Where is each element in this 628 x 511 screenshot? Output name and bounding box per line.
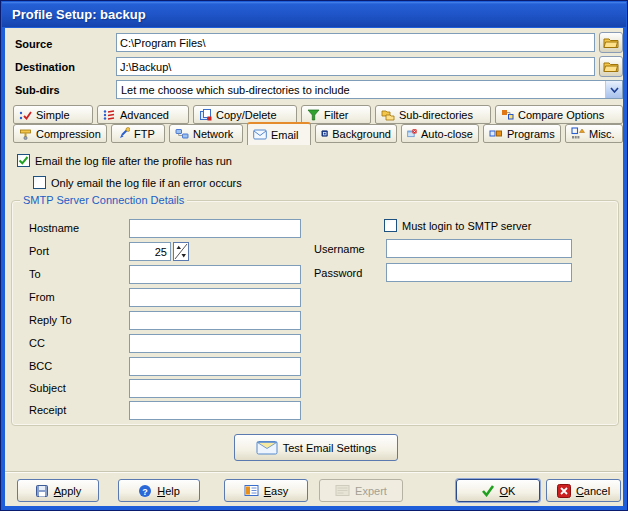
footer-separator [5,471,623,473]
spinner-arrows-icon [174,243,188,260]
port-label: Port [29,245,49,257]
chevron-down-icon[interactable] [605,81,622,98]
network-icon [175,128,189,140]
tab-simple[interactable]: Simple [13,105,93,124]
to-label: To [29,268,41,280]
easy-button[interactable]: Easy [224,479,308,502]
bcc-label: BCC [29,360,52,372]
save-icon [35,484,49,498]
destination-browse-button[interactable] [599,56,623,77]
auto-close-icon [407,127,417,140]
error-only-checkbox-label: Only email the log file if an error occu… [51,177,242,189]
destination-input[interactable] [116,57,595,76]
folder-icon [603,36,619,49]
hostname-input[interactable] [129,219,301,238]
advanced-icon [103,109,116,121]
email-log-checkbox-label: Email the log file after the profile has… [35,155,232,167]
tab-network[interactable]: Network [169,124,243,143]
email-icon [253,129,267,140]
easy-mode-icon [244,484,259,497]
expert-button[interactable]: Expert [319,479,403,502]
tab-auto-close[interactable]: Auto-close [401,124,479,143]
expert-mode-icon [335,484,350,497]
dialog-body: Source Destination Sub-dirs Let me choos… [5,28,623,506]
tab-advanced[interactable]: Advanced [97,105,189,124]
tab-sub-directories[interactable]: Sub-directories [375,105,491,124]
cancel-button[interactable]: Cancel [546,479,621,502]
subdirs-label: Sub-dirs [15,84,60,96]
titlebar[interactable]: Profile Setup: backup [2,2,626,27]
subject-label: Subject [29,382,66,394]
ok-button[interactable]: OK [456,479,540,502]
cc-input[interactable] [129,334,301,353]
source-input[interactable] [116,33,595,52]
must-login-checkbox-label: Must login to SMTP server [402,220,531,232]
to-input[interactable] [129,265,301,284]
error-only-checkbox[interactable] [33,176,46,189]
ok-check-icon [481,484,495,497]
help-button[interactable]: ? Help [118,479,200,502]
reply-to-label: Reply To [29,314,72,326]
email-log-checkbox-row: Email the log file after the profile has… [17,154,232,167]
port-spinner[interactable] [173,242,189,261]
test-email-settings-button[interactable]: Test Email Settings [234,434,398,461]
must-login-checkbox[interactable] [384,219,397,232]
destination-label: Destination [15,61,75,73]
cancel-x-icon [557,484,571,498]
tab-ftp[interactable]: FTP [111,124,165,143]
subdirs-selected-value: Let me choose which sub-directories to i… [117,84,605,96]
must-login-checkbox-row: Must login to SMTP server [384,219,531,232]
receipt-label: Receipt [29,404,66,416]
help-icon: ? [138,484,152,498]
hostname-label: Hostname [29,222,79,234]
email-log-checkbox[interactable] [17,154,30,167]
programs-icon [489,128,503,140]
tab-filter[interactable]: Filter [301,105,371,124]
source-browse-button[interactable] [599,32,623,53]
folder-icon [603,60,619,73]
tab-programs[interactable]: Programs [483,124,561,143]
password-input[interactable] [386,263,572,282]
window-title: Profile Setup: backup [12,7,146,22]
port-input[interactable] [129,242,171,261]
check-icon [18,155,29,166]
source-label: Source [15,38,52,50]
copy-delete-icon [199,108,212,121]
username-input[interactable] [386,239,572,258]
filter-icon [307,109,320,121]
compression-icon [19,127,32,140]
ftp-icon [117,127,130,140]
reply-to-input[interactable] [129,311,301,330]
svg-text:?: ? [142,486,148,496]
smtp-groupbox: SMTP Server Connection Details [11,200,619,426]
simple-icon [19,109,32,121]
bcc-input[interactable] [129,357,301,376]
receipt-input[interactable] [129,401,301,420]
tab-compression[interactable]: Compression [13,124,107,143]
tab-email[interactable]: Email [247,122,311,145]
misc-icon [571,127,585,140]
password-label: Password [314,267,362,279]
subdirectories-icon [381,109,395,121]
from-input[interactable] [129,288,301,307]
profile-setup-window: Profile Setup: backup Source Destination… [0,0,628,511]
apply-button[interactable]: Apply [17,479,99,502]
background-icon [321,127,328,140]
subject-input[interactable] [129,379,301,398]
error-only-checkbox-row: Only email the log file if an error occu… [33,176,242,189]
subdirs-dropdown[interactable]: Let me choose which sub-directories to i… [116,80,623,99]
tab-compare-options[interactable]: Compare Options [495,105,623,124]
username-label: Username [314,243,365,255]
cc-label: CC [29,337,45,349]
email-envelope-icon [256,440,278,455]
compare-options-icon [501,108,514,121]
tab-background[interactable]: Background [315,124,397,143]
tab-misc[interactable]: Misc. [565,124,623,143]
from-label: From [29,291,55,303]
smtp-group-title: SMTP Server Connection Details [20,194,187,206]
